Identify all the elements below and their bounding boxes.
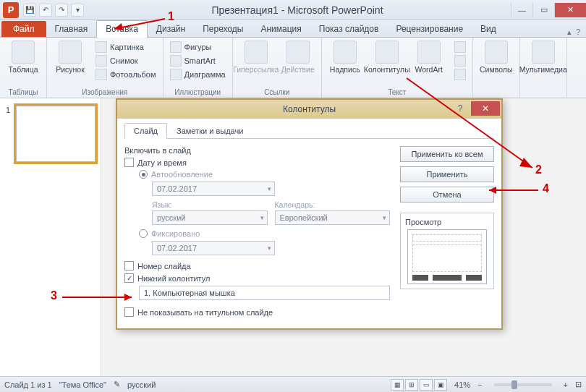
hide-title-checkbox[interactable]	[124, 307, 134, 317]
group-images: Рисунок Картинка Снимок Фотоальбом Изобр…	[47, 38, 164, 98]
dialog-close-button[interactable]: ✕	[471, 101, 500, 116]
view-slideshow-button[interactable]: ▣	[434, 379, 447, 391]
media-icon	[532, 41, 555, 64]
symbols-button[interactable]: Символы	[477, 41, 515, 74]
qat-customize-icon[interactable]: ▾	[71, 4, 84, 17]
date-time-checkbox[interactable]	[124, 158, 134, 167]
zoom-in-button[interactable]: +	[564, 380, 568, 389]
ribbon-tabs: Файл Главная Вставка Дизайн Переходы Ани…	[0, 20, 586, 38]
tab-animation[interactable]: Анимация	[252, 21, 310, 37]
apply-all-button[interactable]: Применить ко всем	[400, 146, 494, 162]
text-extra-2[interactable]	[452, 54, 468, 67]
tab-view[interactable]: Вид	[472, 21, 505, 37]
dialog-titlebar: Колонтитулы ? ✕	[117, 100, 501, 119]
status-slide: Слайд 1 из 1	[4, 380, 52, 389]
dialog-tab-slide[interactable]: Слайд	[124, 123, 167, 139]
tab-file[interactable]: Файл	[1, 21, 46, 37]
view-reading-button[interactable]: ▭	[420, 379, 433, 391]
media-button[interactable]: Мультимедиа	[525, 41, 562, 74]
hyperlink-button[interactable]: Гиперссылка	[237, 41, 275, 74]
auto-update-label: Автообновление	[151, 170, 213, 179]
smartart-button[interactable]: SmartArt	[168, 54, 228, 67]
text-extra-3[interactable]	[452, 68, 468, 81]
group-label: Текст	[326, 87, 468, 96]
include-label: Включить в слайд	[124, 146, 390, 155]
smartart-icon	[170, 55, 182, 67]
action-icon	[286, 41, 310, 64]
date-time-checkbox-row[interactable]: Дату и время	[124, 158, 390, 167]
group-label	[525, 95, 562, 96]
textbox-button[interactable]: Надпись	[326, 41, 364, 74]
hyperlink-icon	[245, 41, 268, 64]
fit-button[interactable]: ⊡	[575, 380, 582, 389]
view-sorter-button[interactable]: ⊞	[405, 379, 418, 391]
maximize-button[interactable]: ▭	[532, 3, 554, 17]
header-footer-icon	[375, 41, 399, 64]
group-text: Надпись Колонтитулы WordArt Текст	[322, 38, 473, 98]
picture-button[interactable]: Рисунок	[51, 41, 89, 74]
textbox-icon	[334, 41, 357, 64]
annotation-3: 3	[51, 289, 57, 302]
slide-number-row[interactable]: Номер слайда	[124, 261, 390, 270]
picture-icon	[59, 41, 82, 64]
chart-button[interactable]: Диаграмма	[168, 68, 228, 81]
preview-slide	[407, 229, 487, 284]
minimize-button[interactable]: —	[511, 3, 532, 17]
zoom-thumb[interactable]	[511, 380, 517, 389]
fixed-date-field: 07.02.2017	[152, 241, 275, 255]
wordart-icon	[417, 41, 441, 64]
help-icon[interactable]: ?	[576, 27, 580, 37]
auto-update-row: Автообновление	[139, 170, 390, 179]
footer-row[interactable]: Нижний колонтитул	[124, 273, 390, 283]
zoom-out-button[interactable]: −	[477, 380, 482, 389]
redo-icon[interactable]: ↷	[55, 4, 68, 17]
tab-review[interactable]: Рецензирование	[387, 21, 472, 37]
wordart-button[interactable]: WordArt	[410, 41, 448, 74]
slide-number-checkbox[interactable]	[124, 261, 134, 270]
footer-checkbox[interactable]	[124, 273, 134, 283]
status-lang: русский	[127, 380, 156, 389]
header-footer-button[interactable]: Колонтитулы	[368, 41, 406, 74]
tab-transitions[interactable]: Переходы	[194, 21, 252, 37]
text-extra-1[interactable]	[452, 41, 468, 54]
close-button[interactable]: ✕	[554, 3, 586, 17]
dialog-tab-notes[interactable]: Заметки и выдачи	[167, 123, 252, 138]
action-button[interactable]: Действие	[279, 41, 317, 74]
shapes-button[interactable]: Фигуры	[168, 41, 228, 54]
table-button[interactable]: Таблица	[4, 41, 42, 74]
screenshot-button[interactable]: Снимок	[93, 54, 158, 67]
hide-title-label: Не показывать на титульном слайде	[137, 308, 273, 317]
apply-button[interactable]: Применить	[400, 166, 494, 182]
preview-label: Просмотр	[405, 218, 489, 226]
window-controls: — ▭ ✕	[511, 3, 586, 17]
undo-icon[interactable]: ↶	[39, 4, 52, 17]
slide-panel: 1	[0, 98, 101, 376]
photoalbum-button[interactable]: Фотоальбом	[93, 68, 158, 81]
footer-text-input[interactable]	[139, 286, 390, 300]
tab-insert[interactable]: Вставка	[96, 20, 148, 38]
status-lang-icon[interactable]: ✎	[114, 380, 120, 389]
clipart-icon	[95, 41, 107, 53]
tab-design[interactable]: Дизайн	[148, 21, 194, 37]
zoom-slider[interactable]	[494, 383, 552, 386]
clipart-button[interactable]: Картинка	[93, 41, 158, 54]
dialog-help-button[interactable]: ?	[452, 101, 468, 116]
tab-slideshow[interactable]: Показ слайдов	[310, 21, 388, 37]
ribbon-minimize-icon[interactable]: ▴	[567, 27, 572, 37]
group-tables: Таблица Таблицы	[0, 38, 47, 98]
group-label	[477, 95, 515, 96]
slide-thumbnail[interactable]	[16, 106, 95, 162]
footer-label: Нижний колонтитул	[137, 274, 210, 283]
save-icon[interactable]: 💾	[23, 4, 36, 17]
group-label: Ссылки	[237, 87, 317, 96]
group-media: Мультимедиа	[520, 38, 567, 98]
hide-title-row[interactable]: Не показывать на титульном слайде	[124, 307, 390, 317]
auto-update-radio	[139, 170, 148, 179]
view-normal-button[interactable]: ▦	[391, 379, 404, 391]
screenshot-icon	[95, 55, 107, 67]
shapes-icon	[170, 41, 182, 53]
slide-number: 1	[6, 106, 10, 114]
cancel-button[interactable]: Отмена	[400, 187, 494, 203]
fixed-label: Фиксировано	[151, 229, 200, 238]
tab-home[interactable]: Главная	[46, 21, 97, 37]
